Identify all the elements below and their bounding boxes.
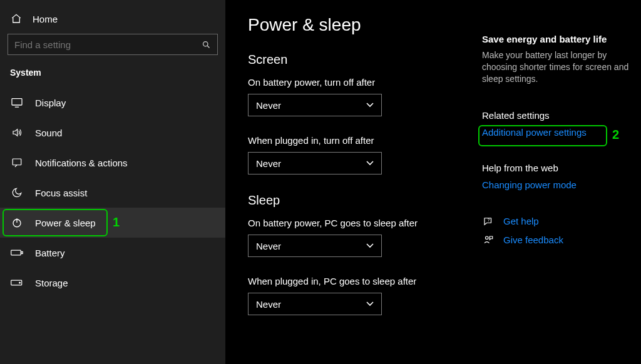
sidebar-item-label: Storage — [35, 278, 68, 288]
svg-rect-5 — [21, 251, 23, 253]
help-from-web-title: Help from the web — [482, 163, 635, 173]
sidebar-item-display[interactable]: Display — [0, 88, 225, 118]
main-content: Power & sleep Screen On battery power, t… — [225, 0, 482, 364]
search-icon — [202, 40, 211, 49]
changing-power-mode-link[interactable]: Changing power mode — [482, 179, 577, 190]
search-input-wrap[interactable] — [8, 34, 218, 55]
screen-plugged-select[interactable]: Never — [248, 152, 382, 174]
sidebar-item-battery[interactable]: Battery — [0, 238, 225, 268]
svg-text:?: ? — [488, 218, 490, 222]
sidebar-item-label: Sound — [35, 128, 62, 138]
nav-home[interactable]: Home — [0, 9, 225, 34]
additional-power-settings-link[interactable]: Additional power settings — [482, 127, 587, 138]
sidebar-item-power-sleep[interactable]: Power & sleep 1 — [0, 208, 225, 238]
svg-point-0 — [203, 41, 208, 46]
get-help-link[interactable]: Get help — [503, 216, 539, 226]
sleep-battery-select[interactable]: Never — [248, 235, 382, 257]
svg-rect-2 — [13, 159, 21, 165]
sleep-plugged-label: When plugged in, PC goes to sleep after — [248, 276, 471, 286]
chevron-down-icon — [366, 243, 374, 248]
storage-icon — [10, 276, 24, 289]
home-icon — [10, 13, 23, 25]
annotation-number-2: 2 — [612, 128, 619, 142]
sidebar-section-title: System — [0, 65, 225, 88]
screen-battery-label: On battery power, turn off after — [248, 77, 471, 88]
sidebar-item-storage[interactable]: Storage — [0, 268, 225, 298]
search-input[interactable] — [14, 39, 192, 50]
sleep-battery-label: On battery power, PC goes to sleep after — [248, 218, 471, 228]
sound-icon — [10, 126, 24, 139]
sidebar-item-label: Power & sleep — [35, 218, 96, 228]
sidebar-item-label: Focus assist — [35, 188, 87, 198]
svg-point-9 — [486, 236, 489, 240]
chevron-down-icon — [366, 103, 374, 108]
get-help-icon: ? — [482, 215, 495, 228]
battery-icon — [10, 246, 24, 259]
chevron-down-icon — [366, 161, 374, 166]
select-value: Never — [256, 100, 281, 111]
annotation-number-1: 1 — [113, 215, 120, 230]
related-settings-title: Related settings — [482, 110, 635, 121]
sidebar: Home System Display — [0, 0, 225, 364]
screen-battery-select[interactable]: Never — [248, 94, 382, 116]
select-value: Never — [256, 299, 281, 310]
sidebar-item-label: Battery — [35, 248, 65, 258]
sleep-plugged-select[interactable]: Never — [248, 293, 382, 315]
energy-title: Save energy and battery life — [482, 34, 635, 44]
svg-rect-4 — [11, 250, 21, 255]
page-title: Power & sleep — [248, 15, 471, 35]
sidebar-item-label: Display — [35, 98, 66, 108]
select-value: Never — [256, 158, 281, 169]
svg-rect-1 — [12, 99, 22, 105]
give-feedback-link[interactable]: Give feedback — [503, 235, 563, 245]
sidebar-item-sound[interactable]: Sound — [0, 118, 225, 148]
chevron-down-icon — [366, 301, 374, 306]
sidebar-item-label: Notifications & actions — [35, 158, 128, 168]
focus-assist-icon — [10, 186, 24, 199]
select-value: Never — [256, 241, 281, 251]
info-panel: Save energy and battery life Make your b… — [482, 0, 641, 364]
power-icon — [10, 216, 24, 229]
sidebar-item-focus-assist[interactable]: Focus assist — [0, 178, 225, 208]
sidebar-nav: Display Sound Notifications & actions — [0, 88, 225, 298]
svg-point-7 — [19, 282, 21, 283]
group-title-screen: Screen — [248, 53, 471, 67]
sidebar-item-notifications[interactable]: Notifications & actions — [0, 148, 225, 178]
nav-home-label: Home — [33, 14, 58, 24]
notifications-icon — [10, 156, 24, 169]
display-icon — [10, 96, 24, 109]
screen-plugged-label: When plugged in, turn off after — [248, 135, 471, 146]
feedback-icon — [482, 234, 495, 246]
energy-desc: Make your battery last longer by choosin… — [482, 49, 635, 85]
group-title-sleep: Sleep — [248, 193, 471, 208]
